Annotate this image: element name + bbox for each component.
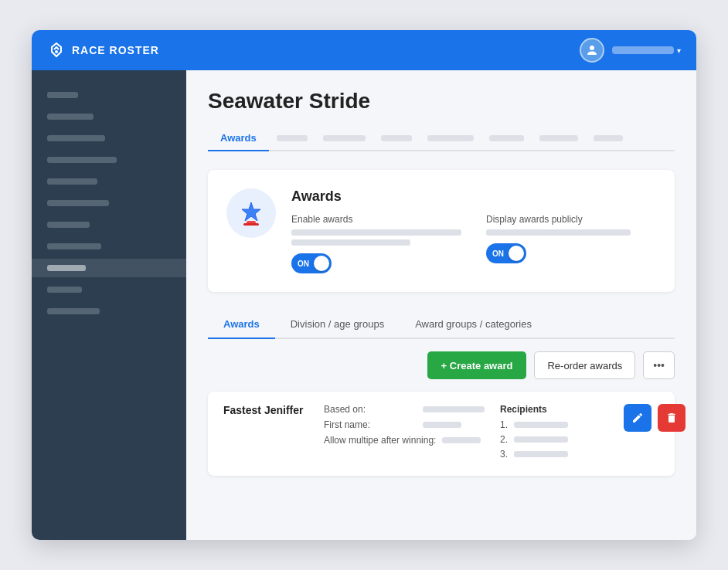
sidebar [32,70,186,540]
awards-card-title: Awards [291,188,656,205]
award-row-actions [624,404,685,432]
content-panel: Seawater Stride Awards [186,70,696,540]
sidebar-item-8[interactable] [32,237,186,256]
allow-multiple-value [442,437,481,443]
sidebar-item-9[interactable] [32,259,186,277]
tab-awards[interactable]: Awards [208,126,269,151]
svg-rect-4 [243,223,259,226]
card-inner: Awards Enable awards ON [226,188,656,273]
sidebar-item-4[interactable] [32,151,186,169]
action-toolbar: + Create award Re-order awards ••• [208,351,675,379]
enable-line-1 [291,229,461,236]
display-awards-label: Display awards publicly [486,214,656,225]
award-row-details: Based on: First name: Allow multipe afte… [324,404,485,450]
based-on-label: Based on: [324,404,417,415]
sub-tab-division[interactable]: Division / age groups [275,310,400,339]
username-line [612,46,674,54]
tab-line-4 [427,135,474,141]
sub-tab-nav: Awards Division / age groups Award group… [208,310,675,339]
recipient-num-3: 3. [500,449,508,460]
sidebar-item-2[interactable] [32,107,186,126]
recipient-num-2: 2. [500,434,508,445]
sidebar-item-11[interactable] [32,302,186,321]
based-on-row: Based on: [324,404,485,415]
sidebar-item-10[interactable] [32,280,186,299]
display-toggle-wrap: ON [486,243,656,263]
logo: RACE ROSTER [47,41,159,59]
first-name-label: First name: [324,419,417,430]
recipient-3: 3. [500,449,608,460]
display-toggle-label: ON [492,249,504,258]
recipient-line-3 [514,451,568,457]
enable-toggle-wrap: ON [291,253,461,273]
display-awards-group: Display awards publicly ON [486,214,656,273]
create-award-button[interactable]: + Create award [427,351,527,379]
first-name-value [423,422,461,428]
avatar[interactable] [580,38,604,63]
tab-line-1 [277,135,308,141]
chevron-down-icon: ▾ [677,46,681,55]
enable-awards-toggle[interactable]: ON [291,253,332,273]
app-name: RACE ROSTER [72,44,159,56]
first-name-row: First name: [324,419,485,430]
recipient-line-2 [514,436,568,443]
sidebar-item-3[interactable] [32,129,186,148]
display-line-1 [486,229,631,236]
svg-point-1 [590,46,594,50]
sidebar-item-1[interactable] [32,86,186,104]
tab-line-6 [539,135,578,141]
award-name: Fastest Jeniffer [223,404,308,416]
svg-point-0 [55,50,58,53]
allow-multiple-row: Allow multipe after winning: [324,435,485,446]
award-fields: Awards Enable awards ON [291,188,656,273]
award-row-recipients: Recipients 1. 2. 3. [500,404,608,463]
recipients-title: Recipients [500,404,608,415]
award-icon-wrap [226,188,276,238]
tab-line-5 [489,135,524,141]
username-area[interactable]: ▾ [612,46,681,55]
sidebar-item-7[interactable] [32,215,186,234]
delete-award-button[interactable] [658,404,685,432]
sub-tab-awards[interactable]: Awards [208,310,275,339]
sidebar-item-5[interactable] [32,172,186,191]
svg-marker-2 [242,202,260,221]
sidebar-item-6[interactable] [32,194,186,212]
based-on-value [423,406,485,412]
delete-icon [665,412,678,424]
nav-right: ▾ [580,38,681,63]
recipient-2: 2. [500,434,608,445]
logo-icon [47,41,66,59]
enable-toggle-label: ON [298,260,309,268]
tab-line-7 [594,135,623,141]
edit-icon [631,412,644,424]
enable-toggle-knob [314,256,329,271]
sub-tab-groups[interactable]: Award groups / categories [400,310,547,339]
trophy-icon [236,198,267,229]
recipient-num-1: 1. [500,419,508,430]
tab-line-3 [381,135,412,141]
enable-awards-label: Enable awards [291,214,461,225]
display-awards-toggle[interactable]: ON [486,243,526,263]
allow-multiple-label: Allow multipe after winning: [324,435,436,446]
recipient-line-1 [514,422,568,428]
display-toggle-knob [509,246,524,261]
fields-grid: Enable awards ON [291,214,656,273]
more-options-button[interactable]: ••• [643,351,675,379]
awards-settings-card: Awards Enable awards ON [208,170,675,292]
nav-bar: RACE ROSTER ▾ [32,30,696,70]
top-tab-nav: Awards [208,126,675,151]
award-row: Fastest Jeniffer Based on: First name: A… [208,392,675,476]
tab-line-2 [323,135,366,141]
enable-awards-group: Enable awards ON [291,214,461,273]
enable-line-2 [291,239,410,246]
page-title: Seawater Stride [208,89,675,114]
edit-award-button[interactable] [624,404,651,432]
main-area: Seawater Stride Awards [32,70,696,540]
recipient-1: 1. [500,419,608,430]
reorder-awards-button[interactable]: Re-order awards [534,351,635,379]
